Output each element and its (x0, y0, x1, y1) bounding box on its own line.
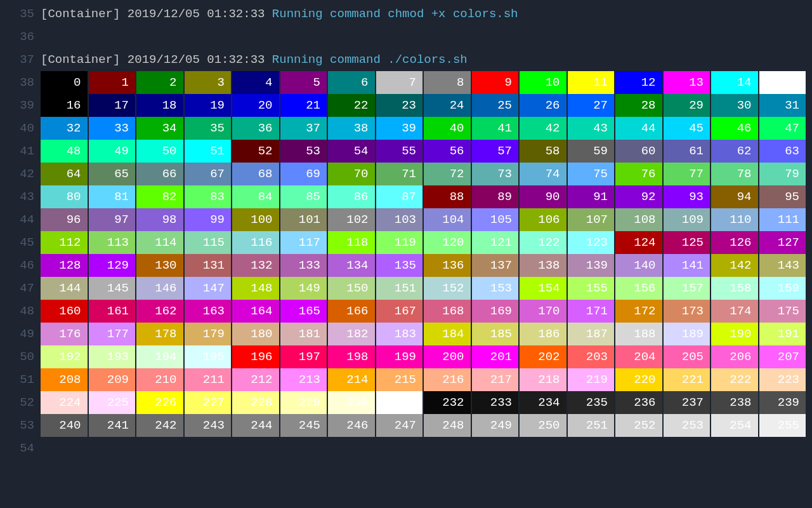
color-swatch: 26 (520, 94, 566, 117)
color-swatch: 21 (280, 94, 327, 117)
color-swatch: 242 (136, 414, 183, 437)
color-swatch: 70 (328, 163, 375, 185)
color-swatch: 128 (41, 254, 88, 277)
log-line: 5019219319419519619719819920020120220320… (0, 345, 812, 368)
color-swatch: 153 (472, 277, 519, 300)
color-swatch: 34 (136, 117, 183, 140)
color-swatch: 30 (711, 94, 758, 117)
color-swatch: 69 (280, 163, 327, 185)
color-swatch: 51 (185, 140, 232, 163)
color-swatch: 143 (759, 254, 806, 277)
log-line: 4714414514614714814915015115215315415515… (0, 277, 812, 300)
color-swatch: 68 (232, 163, 279, 185)
color-swatch: 177 (89, 323, 136, 345)
color-swatch: 13 (664, 71, 710, 94)
color-swatch: 190 (711, 323, 758, 345)
color-swatch: 196 (232, 345, 279, 368)
color-swatch: 23 (376, 94, 423, 117)
color-swatch: 249 (472, 414, 519, 437)
color-swatch: 95 (759, 185, 806, 208)
line-number: 39 (0, 94, 41, 117)
log-line: 4816016116216316416516616716816917017117… (0, 300, 812, 323)
color-swatch: 66 (136, 163, 183, 185)
log-line: 4032333435363738394041424344454647 (0, 117, 812, 140)
color-swatch: 191 (759, 323, 806, 345)
color-swatch: 108 (615, 208, 662, 231)
color-swatch: 225 (89, 391, 136, 414)
color-row: 1921931941951961971981992002012022032042… (41, 345, 806, 368)
color-swatch: 18 (136, 94, 183, 117)
color-swatch: 210 (136, 368, 183, 391)
color-swatch: 117 (280, 231, 327, 254)
color-swatch: 172 (615, 300, 662, 323)
color-swatch: 127 (759, 231, 806, 254)
color-row: 0123456789101112131415 (41, 71, 806, 94)
color-swatch: 125 (664, 231, 710, 254)
color-swatch: 33 (89, 117, 136, 140)
color-swatch: 173 (664, 300, 710, 323)
color-swatch: 90 (520, 185, 566, 208)
color-swatch: 80 (41, 185, 88, 208)
color-swatch: 137 (472, 254, 519, 277)
color-row: 9697989910010110210310410510610710810911… (41, 208, 806, 231)
color-row: 1441451461471481491501511521531541551561… (41, 277, 806, 300)
log-line: 36 (0, 25, 812, 48)
color-swatch: 71 (376, 163, 423, 185)
line-number: 43 (0, 185, 41, 208)
color-swatch: 41 (472, 117, 519, 140)
color-swatch: 163 (185, 300, 232, 323)
log-line: 4264656667686970717273747576777879 (0, 163, 812, 185)
color-swatch: 100 (232, 208, 279, 231)
color-swatch: 132 (232, 254, 279, 277)
color-swatch: 213 (280, 368, 327, 391)
color-swatch: 111 (759, 208, 806, 231)
color-swatch: 251 (568, 414, 615, 437)
color-swatch: 192 (41, 345, 88, 368)
color-swatch: 253 (664, 414, 710, 437)
color-swatch: 65 (89, 163, 136, 185)
log-line: 5120820921021121221321421521621721821922… (0, 368, 812, 391)
color-swatch: 67 (185, 163, 232, 185)
color-swatch: 201 (472, 345, 519, 368)
color-swatch: 98 (136, 208, 183, 231)
color-swatch: 103 (376, 208, 423, 231)
color-swatch: 25 (472, 94, 519, 117)
color-swatch: 11 (568, 71, 615, 94)
color-swatch: 188 (615, 323, 662, 345)
color-swatch: 130 (136, 254, 183, 277)
color-row: 64656667686970717273747576777879 (41, 163, 806, 185)
color-swatch: 238 (711, 391, 758, 414)
color-swatch: 129 (89, 254, 136, 277)
log-line: 4496979899100101102103104105106107108109… (0, 208, 812, 231)
color-swatch: 230 (328, 391, 375, 414)
color-swatch: 233 (472, 391, 519, 414)
color-swatch: 97 (89, 208, 136, 231)
color-swatch: 215 (376, 368, 423, 391)
color-swatch: 81 (89, 185, 136, 208)
color-row: 16171819202122232425262728293031 (41, 94, 806, 117)
color-swatch: 174 (711, 300, 758, 323)
log-line: 37[Container] 2019/12/05 01:32:33 Runnin… (0, 48, 812, 71)
line-number: 48 (0, 300, 41, 323)
color-swatch: 205 (664, 345, 710, 368)
color-swatch: 229 (280, 391, 327, 414)
color-swatch: 235 (568, 391, 615, 414)
log-text: [Container] 2019/12/05 01:32:33 Running … (41, 3, 518, 25)
color-swatch: 181 (280, 323, 327, 345)
color-swatch: 43 (568, 117, 615, 140)
color-swatch: 3 (185, 71, 232, 94)
color-swatch: 54 (328, 140, 375, 163)
color-swatch: 207 (759, 345, 806, 368)
color-swatch: 58 (520, 140, 566, 163)
color-swatch: 16 (41, 94, 88, 117)
log-line: 4380818283848586878889909192939495 (0, 185, 812, 208)
color-swatch: 27 (568, 94, 615, 117)
color-row: 48495051525354555657585960616263 (41, 140, 806, 163)
color-swatch: 37 (280, 117, 327, 140)
color-row: 1761771781791801811821831841851861871881… (41, 323, 806, 345)
color-swatch: 243 (185, 414, 232, 437)
color-swatch: 223 (759, 368, 806, 391)
color-swatch: 145 (89, 277, 136, 300)
color-swatch: 82 (136, 185, 183, 208)
log-line: 35[Container] 2019/12/05 01:32:33 Runnin… (0, 3, 812, 25)
